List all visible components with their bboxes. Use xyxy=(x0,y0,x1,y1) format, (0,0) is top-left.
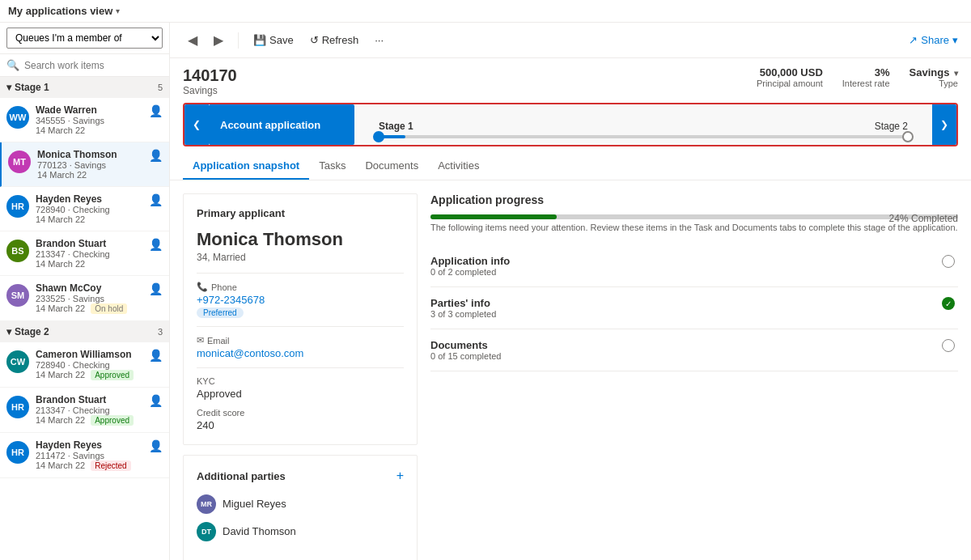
interest-rate: 3% Interest rate xyxy=(842,66,890,88)
kyc-value: Approved xyxy=(197,388,404,400)
add-party-button[interactable]: + xyxy=(396,469,404,483)
app-title-chevron[interactable]: ▾ xyxy=(116,6,120,15)
interest-label: Interest rate xyxy=(842,78,890,88)
party-item: MR Miguel Reyes xyxy=(197,493,404,514)
contact-action-button[interactable]: 👤 xyxy=(149,394,163,407)
contact-avatar: HR xyxy=(6,195,29,218)
search-input[interactable] xyxy=(24,60,163,71)
contact-item[interactable]: MT Monica Thomson 770123 · Savings 14 Ma… xyxy=(0,142,169,187)
savings-chevron[interactable]: ▾ xyxy=(954,69,958,78)
contact-meta: 233525 · Savings xyxy=(36,294,142,303)
primary-applicant-card: Primary applicant Monica Thomson 34, Mar… xyxy=(183,193,418,445)
contact-item[interactable]: HR Hayden Reyes 211472 · Savings 14 Marc… xyxy=(0,433,169,478)
contact-item[interactable]: HR Brandon Stuart 213347 · Checking 14 M… xyxy=(0,388,169,433)
stage-nav-right[interactable]: ❯ xyxy=(932,104,956,145)
share-icon: ↗ xyxy=(909,34,918,46)
phone-value[interactable]: +972-2345678 xyxy=(197,294,404,306)
contact-name: Shawn McCoy xyxy=(36,282,142,294)
tab-activities[interactable]: Activities xyxy=(428,153,489,180)
contact-date: 14 March 22 Approved xyxy=(36,415,142,426)
progress-item-info: Application info 0 of 2 completed xyxy=(430,255,510,277)
contact-action-button[interactable]: 👤 xyxy=(149,349,163,362)
toolbar-right: ↗ Share ▾ xyxy=(909,34,958,46)
back-button[interactable]: ◀ xyxy=(183,29,202,51)
principal-amount: 500,000 USD Principal amount xyxy=(757,66,823,88)
progress-bar-wrapper: 24% Completed xyxy=(430,214,958,219)
contact-meta: 728940 · Checking xyxy=(36,205,142,214)
contact-item[interactable]: WW Wade Warren 345555 · Savings 14 March… xyxy=(0,98,169,142)
more-button[interactable]: ··· xyxy=(370,31,388,49)
stage2-label: Stage 2 xyxy=(875,121,908,132)
content-area: ◀ ▶ 💾 Save ↺ Refresh ··· ↗ Share xyxy=(170,23,971,560)
contact-action-button[interactable]: 👤 xyxy=(149,238,163,251)
person-icon: 👤 xyxy=(149,104,163,117)
contact-item[interactable]: BS Brandon Stuart 213347 · Checking 14 M… xyxy=(0,231,169,276)
stage-header-1[interactable]: ▾ Stage 1 5 xyxy=(0,77,169,98)
sidebar-content: ▾ Stage 1 5 WW Wade Warren 345555 · Savi… xyxy=(0,77,169,560)
progress-item-status xyxy=(942,339,958,355)
progress-items: Application info 0 of 2 completed Partie… xyxy=(430,245,958,371)
progress-item-name: Documents xyxy=(430,339,501,351)
contact-avatar: HR xyxy=(6,441,29,464)
contact-item[interactable]: HR Hayden Reyes 728940 · Checking 14 Mar… xyxy=(0,187,169,231)
contact-action-button[interactable]: 👤 xyxy=(149,439,163,452)
stage-bar-inner: Account application Stage 1 Stage 2 xyxy=(209,104,932,145)
app-container: My applications view ▾ Queues I'm a memb… xyxy=(0,0,971,560)
share-button[interactable]: ↗ Share ▾ xyxy=(909,34,958,46)
tab-tasks[interactable]: Tasks xyxy=(309,153,355,180)
save-label: Save xyxy=(269,34,294,46)
person-icon: 👤 xyxy=(149,282,163,295)
empty-circle xyxy=(942,255,955,268)
parties-list: MR Miguel Reyes DT David Thomson xyxy=(197,493,404,541)
contact-action-button[interactable]: 👤 xyxy=(149,149,163,162)
contact-name: Wade Warren xyxy=(36,104,142,116)
applicant-status: Married xyxy=(213,252,246,263)
stage-header-2[interactable]: ▾ Stage 2 3 xyxy=(0,321,169,342)
account-application-button[interactable]: Account application xyxy=(209,104,354,145)
contact-name: Hayden Reyes xyxy=(36,439,142,451)
contact-date: 14 March 22 Rejected xyxy=(36,460,142,471)
queue-selector[interactable]: Queues I'm a member of xyxy=(0,23,169,54)
progress-title: Application progress xyxy=(430,193,958,206)
person-icon: 👤 xyxy=(149,238,163,251)
contact-info: Wade Warren 345555 · Savings 14 March 22 xyxy=(36,104,142,135)
principal-value: 500,000 USD xyxy=(757,66,823,78)
additional-parties-title: Additional parties xyxy=(197,470,286,482)
contact-info: Hayden Reyes 211472 · Savings 14 March 2… xyxy=(36,439,142,471)
contact-action-button[interactable]: 👤 xyxy=(149,193,163,206)
tab-documents[interactable]: Documents xyxy=(355,153,428,180)
stage1-dot xyxy=(373,131,384,142)
refresh-button[interactable]: ↺ Refresh xyxy=(305,31,364,49)
case-title-area: 140170 Savings xyxy=(183,66,237,96)
email-value[interactable]: monicat@contoso.com xyxy=(197,347,404,359)
contact-info: Shawn McCoy 233525 · Savings 14 March 22… xyxy=(36,282,142,314)
progress-percent-label: 24% Completed xyxy=(889,213,958,224)
stage-nav-left[interactable]: ❮ xyxy=(184,104,209,145)
kyc-label: KYC xyxy=(197,376,404,386)
share-chevron: ▾ xyxy=(952,34,958,46)
contact-item[interactable]: SM Shawn McCoy 233525 · Savings 14 March… xyxy=(0,276,169,321)
tab-application-snapshot[interactable]: Application snapshot xyxy=(183,153,309,180)
save-button[interactable]: 💾 Save xyxy=(248,31,299,49)
contact-meta: 770123 · Savings xyxy=(37,160,142,170)
queue-dropdown[interactable]: Queues I'm a member of xyxy=(6,28,163,49)
email-label: ✉ Email xyxy=(197,335,404,346)
progress-item: Documents 0 of 15 completed xyxy=(430,329,958,371)
account-application-label: Account application xyxy=(220,119,320,131)
stage-progress-track xyxy=(379,135,908,138)
progress-bar-fill xyxy=(430,214,557,219)
preferred-badge: Preferred xyxy=(197,308,244,318)
contact-action-button[interactable]: 👤 xyxy=(149,104,163,117)
progress-item-info: Documents 0 of 15 completed xyxy=(430,339,501,361)
applicant-meta: 34, Married xyxy=(197,252,404,263)
forward-button[interactable]: ▶ xyxy=(209,29,228,51)
contact-item[interactable]: CW Cameron Williamson 728940 · Checking … xyxy=(0,342,169,388)
approved-badge: Approved xyxy=(91,370,134,380)
contact-name: Cameron Williamson xyxy=(36,349,142,360)
app-title: My applications view xyxy=(8,5,112,17)
progress-item-sub: 3 of 3 completed xyxy=(430,309,496,319)
contact-action-button[interactable]: 👤 xyxy=(149,282,163,295)
progress-item-name: Application info xyxy=(430,255,510,267)
person-icon: 👤 xyxy=(149,439,163,452)
interest-value: 3% xyxy=(842,66,890,78)
